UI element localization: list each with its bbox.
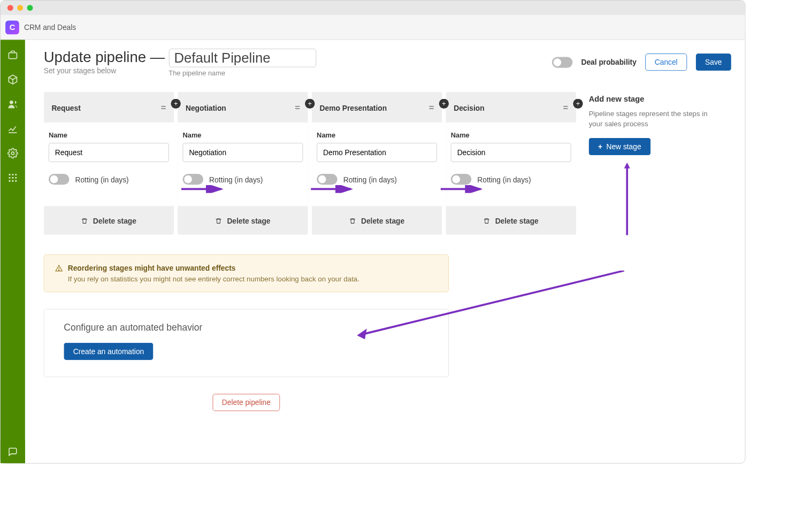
rotting-toggle[interactable] [49, 174, 70, 185]
window-min-dot[interactable] [17, 5, 23, 11]
add-stage-between-button[interactable]: + [305, 99, 315, 109]
pipeline-name-hint: The pipeline name [168, 69, 316, 77]
rotting-toggle[interactable] [317, 174, 338, 185]
page-subtitle: Set your stages below [44, 66, 146, 75]
drag-handle-icon[interactable]: = [161, 103, 166, 113]
rotting-label: Rotting (in days) [343, 175, 397, 183]
delete-pipeline-button[interactable]: Delete pipeline [212, 394, 280, 411]
delete-stage-label: Delete stage [361, 217, 404, 225]
stage-name-label: Name [49, 131, 169, 139]
drag-handle-icon[interactable]: = [295, 103, 300, 113]
stage-column: + Demo Presentation = Name Rotting (in d… [312, 92, 442, 235]
stage-name-label: Name [182, 131, 303, 139]
warning-body: If you rely on statistics you might not … [68, 275, 438, 283]
stage-name-input[interactable] [451, 143, 571, 162]
trash-icon [349, 217, 356, 224]
deal-probability-label: Deal probability [581, 58, 637, 66]
chat-icon [8, 447, 18, 456]
briefcase-icon[interactable] [7, 50, 18, 60]
svg-point-4 [12, 174, 13, 175]
stage-title: Decision [454, 104, 484, 112]
add-stage-text: Pipeline stages represent the steps in y… [589, 109, 708, 129]
gear-icon[interactable] [7, 148, 18, 158]
stage-name-label: Name [451, 131, 571, 139]
page-title: Update pipeline [44, 49, 146, 65]
stage-name-input[interactable] [317, 143, 437, 162]
add-stage-between-button[interactable]: + [573, 99, 583, 109]
add-stage-between-button[interactable]: + [439, 99, 449, 109]
stage-name-input[interactable] [182, 143, 303, 162]
svg-point-5 [15, 174, 17, 175]
reorder-warning: Reordering stages might have unwanted ef… [44, 255, 449, 293]
svg-point-9 [9, 180, 10, 182]
rotting-label: Rotting (in days) [477, 175, 531, 183]
add-stage-between-button[interactable]: + [171, 99, 180, 109]
delete-stage-button[interactable]: Delete stage [446, 206, 576, 234]
svg-point-1 [10, 101, 13, 104]
plus-icon: + [598, 142, 602, 151]
chart-icon[interactable] [7, 123, 18, 134]
stage-title: Demo Presentation [320, 104, 387, 112]
delete-stage-button[interactable]: Delete stage [44, 206, 174, 234]
rotting-label: Rotting (in days) [75, 175, 128, 183]
window-titlebar [1, 1, 745, 16]
cube-icon[interactable] [7, 74, 18, 85]
drag-handle-icon[interactable]: = [429, 103, 434, 113]
warning-title: Reordering stages might have unwanted ef… [68, 264, 236, 272]
cancel-button[interactable]: Cancel [645, 53, 687, 71]
stage-column: + Request = Name Rotting (in days) Delet… [44, 92, 174, 235]
trash-icon [81, 217, 88, 224]
title-separator: — [150, 49, 165, 65]
create-automation-label: Create an automation [73, 347, 144, 356]
deal-probability-toggle[interactable] [551, 57, 572, 67]
stage-title: Request [51, 104, 80, 112]
stage-column: + Negotiation = Name Rotting (in days) D… [178, 92, 308, 235]
chat-icon-footer[interactable] [1, 440, 25, 463]
stage-column: + Decision = Name Rotting (in days) Dele… [446, 92, 576, 235]
delete-stage-button[interactable]: Delete stage [312, 206, 442, 234]
delete-stage-label: Delete stage [227, 217, 270, 225]
add-stage-heading: Add new stage [589, 95, 708, 104]
drag-handle-icon[interactable]: = [563, 103, 568, 113]
rotting-label: Rotting (in days) [209, 175, 263, 183]
automation-box: Configure an automated behavior Create a… [44, 309, 449, 377]
svg-point-7 [12, 177, 13, 179]
create-automation-button[interactable]: Create an automation [64, 343, 153, 360]
trash-icon [215, 217, 222, 224]
sidebar [1, 40, 25, 463]
svg-point-2 [11, 152, 14, 155]
rotting-toggle[interactable] [182, 174, 203, 185]
svg-point-11 [15, 180, 17, 182]
app-title: CRM and Deals [24, 23, 76, 32]
delete-stage-button[interactable]: Delete stage [178, 206, 308, 234]
new-stage-label: New stage [607, 142, 641, 151]
users-icon[interactable] [7, 99, 18, 110]
delete-stage-label: Delete stage [93, 217, 136, 225]
automation-heading: Configure an automated behavior [64, 322, 428, 333]
new-stage-button[interactable]: + New stage [589, 138, 650, 155]
stage-title: Negotiation [186, 104, 226, 112]
delete-stage-label: Delete stage [495, 217, 539, 225]
svg-point-8 [15, 177, 17, 179]
add-stage-panel: Add new stage Pipeline stages represent … [580, 92, 708, 155]
app-header: C CRM and Deals [1, 15, 745, 40]
pipeline-name-input[interactable] [168, 49, 316, 67]
app-logo-icon: C [5, 20, 19, 34]
svg-point-3 [9, 174, 10, 175]
window-max-dot[interactable] [27, 5, 33, 11]
svg-point-12 [59, 270, 59, 270]
window-close-dot[interactable] [7, 5, 13, 11]
save-button[interactable]: Save [696, 53, 731, 71]
grid-icon[interactable] [7, 172, 18, 183]
stage-name-input[interactable] [49, 143, 169, 162]
svg-rect-0 [9, 53, 17, 59]
svg-point-6 [9, 177, 10, 179]
stage-name-label: Name [317, 131, 437, 139]
warning-icon [55, 264, 63, 272]
trash-icon [484, 217, 491, 224]
rotting-toggle[interactable] [451, 174, 472, 185]
svg-point-10 [12, 180, 13, 182]
